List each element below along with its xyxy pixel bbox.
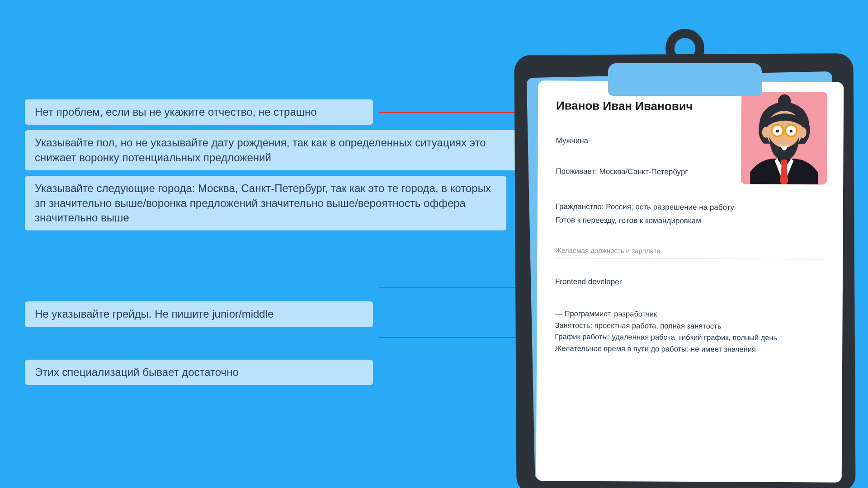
callout-specializations: Этих специализаций бывает достаточно <box>25 360 373 385</box>
resume-employment: Занятость: проектная работа, полная заня… <box>555 319 824 333</box>
resume-spec-line: — Программист, разработчик <box>555 308 825 321</box>
resume-commute: Желательное время в пути до работы: не и… <box>555 343 824 356</box>
resume-schedule: График работы: удаленная работа, гибкий … <box>555 331 824 344</box>
avatar <box>741 92 827 185</box>
avatar-illustration-icon <box>741 92 827 185</box>
svg-point-2 <box>762 127 769 138</box>
clipboard: Иванов Иван Иванович Мужчина Проживает: … <box>515 32 854 488</box>
clipboard-clip-icon <box>608 63 762 96</box>
resume-section-label: Желаемая должность и зарплата <box>555 246 825 259</box>
svg-point-8 <box>790 130 793 132</box>
svg-point-3 <box>799 127 807 138</box>
callout-patronymic: Нет проблем, если вы не укажите отчество… <box>25 99 373 125</box>
resume-sheet: Иванов Иван Иванович Мужчина Проживает: … <box>536 80 844 483</box>
callouts-column: Нет проблем, если вы не укажите отчество… <box>25 99 522 390</box>
clipboard-ring-icon <box>665 29 704 68</box>
resume-role: Frontend developer <box>555 277 825 287</box>
svg-rect-9 <box>781 160 787 165</box>
resume-citizenship: Гражданство: Россия, есть разрешение на … <box>556 202 825 212</box>
callout-grades: Не указывайте грейды. Не пишите junior/m… <box>25 301 373 327</box>
callout-cities: Указывайте следующие города: Москва, Сан… <box>25 176 506 230</box>
svg-point-7 <box>776 130 779 132</box>
resume-relocation: Готов к переезду, готов к командировкам <box>556 216 825 226</box>
callout-gender-dob: Указывайте пол, но не указывайте дату ро… <box>25 130 522 170</box>
svg-rect-6 <box>783 129 786 131</box>
svg-point-0 <box>778 94 791 107</box>
resume-details-block: — Программист, разработчик Занятость: пр… <box>555 308 825 355</box>
